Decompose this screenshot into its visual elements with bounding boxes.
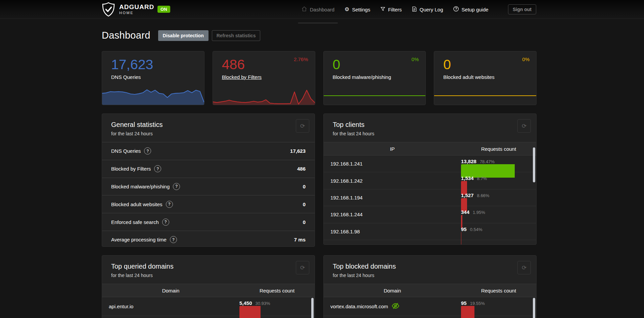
- top-queried-domains-panel: Top queried domains for the last 24 hour…: [102, 255, 315, 318]
- sign-out-button[interactable]: Sign out: [508, 4, 536, 14]
- table-row: 192.168.1.244 344 1.95%: [324, 206, 536, 223]
- nav-item-settings[interactable]: ⚙ Settings: [344, 0, 370, 19]
- table-row: Blocked by Filters ? 486: [102, 160, 315, 178]
- column-header-domain[interactable]: Domain: [324, 288, 461, 293]
- request-count: 1,527: [461, 192, 474, 198]
- refresh-icon: ⟳: [300, 264, 305, 271]
- dns-queries-card: 17,623 DNS Queries: [102, 51, 204, 105]
- table-row: 192.168.1.242 1,534 8.7%: [324, 172, 536, 189]
- top-blocked-domains-subtitle: for the last 24 hours: [333, 273, 527, 278]
- scrollbar-thumb[interactable]: [533, 298, 535, 318]
- adguard-logo[interactable]: ADGUARD HOME: [102, 2, 154, 17]
- top-clients-refresh-button[interactable]: ⟳: [517, 119, 531, 133]
- table-row: DNS Queries ? 17,623: [102, 142, 315, 160]
- column-header-requests[interactable]: Requests count: [461, 288, 536, 293]
- blocked-malware-label: Blocked malware/phishing: [333, 74, 391, 80]
- scrollbar-thumb[interactable]: [533, 147, 535, 182]
- top-queried-domains-refresh-button[interactable]: ⟳: [296, 261, 309, 274]
- blocked-adult-flatline-chart: [434, 95, 536, 96]
- column-header-requests[interactable]: Requests count: [461, 146, 536, 152]
- request-percent: 8.66%: [477, 193, 490, 198]
- blocked-by-filters-card: 2.76% 486 Blocked by Filters: [213, 51, 315, 105]
- refresh-icon: ⟳: [522, 123, 526, 130]
- client-ip[interactable]: 192.168.1.244: [324, 206, 461, 223]
- help-icon[interactable]: ?: [144, 147, 151, 154]
- blocked-adult-percent: 0%: [522, 56, 530, 62]
- blocked-by-filters-sparkline-chart: [213, 84, 315, 105]
- request-count: 1,534: [461, 175, 474, 181]
- domain-name[interactable]: vortex.data.microsoft.com: [330, 304, 388, 309]
- table-row: 192.168.1.241 13,828 78.47%: [324, 155, 536, 172]
- request-count: 95: [461, 300, 467, 306]
- stat-cards-row: 17,623 DNS Queries 2.76% 486 Blocked by …: [102, 51, 537, 105]
- refresh-statistics-button[interactable]: Refresh statistics: [212, 30, 261, 41]
- nav-label-query-log: Query Log: [419, 7, 443, 12]
- client-ip[interactable]: 192.168.1.194: [324, 189, 461, 206]
- request-count: 13,828: [461, 158, 476, 164]
- table-row: 192.168.1.194 1,527 8.66%: [324, 189, 536, 206]
- request-count: 95: [461, 226, 467, 232]
- dns-queries-sparkline-chart: [102, 84, 204, 105]
- help-icon[interactable]: ?: [154, 165, 161, 172]
- stat-value: 0: [303, 184, 306, 189]
- blocked-by-filters-link[interactable]: Blocked by Filters: [222, 74, 262, 80]
- scrollbar-thumb[interactable]: [311, 298, 314, 318]
- client-ip[interactable]: 192.168.1.242: [324, 172, 461, 189]
- table-row: 192.168.1.98 95 0.54%: [324, 223, 536, 240]
- page-title: Dashboard: [102, 30, 150, 41]
- request-percent: 1.95%: [473, 210, 485, 215]
- progress-bar: [461, 232, 530, 245]
- table-row: Blocked malware/phishing ? 0: [102, 178, 315, 195]
- general-statistics-panel: General statistics for the last 24 hours…: [102, 113, 315, 247]
- client-ip[interactable]: 192.168.1.241: [324, 155, 461, 172]
- column-header-domain[interactable]: Domain: [102, 288, 239, 293]
- nav-item-setup-guide[interactable]: Setup guide: [453, 0, 489, 19]
- refresh-icon: ⟳: [300, 123, 305, 130]
- column-header-ip[interactable]: IP: [324, 146, 461, 152]
- nav-item-filters[interactable]: Filters: [380, 0, 402, 19]
- stat-label: Blocked adult websites: [111, 201, 163, 207]
- progress-bar: [239, 306, 308, 318]
- stat-label: Blocked malware/phishing: [111, 184, 170, 189]
- blocked-malware-card: 0% 0 Blocked malware/phishing: [323, 51, 426, 105]
- page-title-row: Dashboard Disable protection Refresh sta…: [102, 30, 537, 41]
- top-blocked-domains-column-headers: Domain Requests count: [324, 284, 536, 297]
- protection-status-badge: ON: [157, 6, 170, 13]
- general-statistics-refresh-button[interactable]: ⟳: [296, 119, 309, 133]
- stat-label: DNS Queries: [111, 148, 141, 154]
- eye-slash-icon[interactable]: [392, 302, 400, 311]
- column-header-requests[interactable]: Requests count: [239, 288, 315, 293]
- stat-value: 0: [303, 219, 306, 225]
- general-statistics-head: General statistics for the last 24 hours: [102, 114, 315, 142]
- nav-item-query-log[interactable]: Query Log: [412, 0, 443, 19]
- top-blocked-domains-refresh-button[interactable]: ⟳: [517, 261, 531, 274]
- disable-protection-button[interactable]: Disable protection: [158, 30, 209, 41]
- top-clients-subtitle: for the last 24 hours: [333, 131, 527, 136]
- general-statistics-table: DNS Queries ? 17,623 Blocked by Filters …: [102, 142, 315, 247]
- help-icon[interactable]: ?: [173, 183, 180, 190]
- top-clients-panel: Top clients for the last 24 hours ⟳ IP R…: [323, 113, 537, 245]
- nav-label-dashboard: Dashboard: [310, 7, 334, 12]
- blocked-by-filters-percent: 2.76%: [294, 56, 308, 62]
- request-percent: 30.93%: [256, 301, 270, 306]
- nav-label-filters: Filters: [388, 7, 402, 12]
- help-icon[interactable]: ?: [166, 201, 173, 208]
- top-clients-head: Top clients for the last 24 hours: [324, 114, 536, 142]
- progress-bar: [461, 306, 530, 318]
- top-queried-domains-title: Top queried domains: [111, 263, 306, 270]
- panels-row-2: Top queried domains for the last 24 hour…: [102, 255, 537, 318]
- top-clients-column-headers: IP Requests count: [324, 142, 536, 155]
- help-icon[interactable]: ?: [170, 236, 177, 243]
- client-ip[interactable]: 192.168.1.98: [324, 223, 461, 240]
- help-icon: [453, 6, 459, 13]
- brand-sub: HOME: [119, 11, 154, 15]
- progress-bar-fill: [239, 306, 261, 318]
- brand-name: ADGUARD: [119, 4, 154, 10]
- top-blocked-domains-panel: Top blocked domains for the last 24 hour…: [323, 255, 537, 318]
- request-percent: 0.54%: [470, 227, 482, 232]
- domain-name[interactable]: api.entur.io: [102, 297, 239, 316]
- nav-item-dashboard[interactable]: Dashboard: [302, 0, 334, 19]
- request-percent: 78.47%: [480, 159, 495, 164]
- table-row: Average processing time ? 7 ms: [102, 231, 315, 247]
- help-icon[interactable]: ?: [162, 219, 169, 226]
